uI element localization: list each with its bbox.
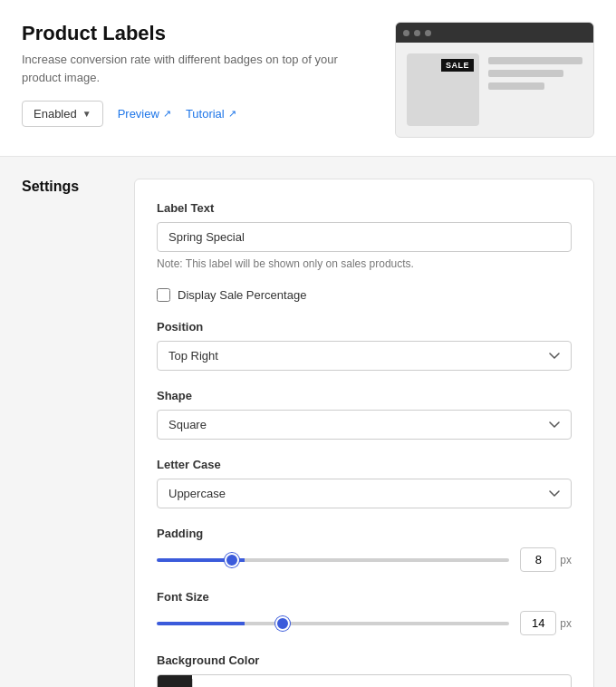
page-title: Product Labels — [22, 22, 373, 45]
display-sale-percentage-checkbox[interactable] — [157, 288, 170, 302]
background-color-swatch[interactable] — [158, 675, 192, 687]
header-actions: Enabled ▼ Preview ↗ Tutorial ↗ — [22, 101, 373, 127]
position-group: Position Top Right Top Left Bottom Right… — [157, 320, 572, 371]
external-link-icon: ↗ — [163, 108, 171, 120]
display-sale-percentage-group: Display Sale Percentage — [157, 288, 572, 302]
background-color-field-row — [157, 674, 572, 687]
font-size-label: Font Size — [157, 590, 572, 604]
padding-slider[interactable] — [157, 558, 509, 562]
label-text-group: Label Text Note: This label will be show… — [157, 201, 572, 270]
font-size-unit: px — [560, 617, 572, 630]
header-left: Product Labels Increase conversion rate … — [22, 22, 373, 127]
position-label: Position — [157, 320, 572, 334]
browser-dot-1 — [403, 30, 409, 36]
product-image-mock: SALE — [407, 53, 479, 126]
background-color-group: Background Color — [157, 653, 572, 687]
browser-bar — [396, 23, 593, 43]
padding-label: Padding — [157, 527, 572, 540]
display-sale-percentage-label: Display Sale Percentage — [178, 288, 306, 302]
browser-dot-2 — [414, 30, 420, 36]
product-line-3 — [488, 82, 544, 90]
shape-label: Shape — [157, 389, 572, 402]
product-line-2 — [488, 70, 563, 77]
padding-group: Padding px — [157, 527, 572, 572]
padding-value-input[interactable] — [520, 547, 556, 572]
external-link-icon: ↗ — [228, 108, 236, 120]
header-section: Product Labels Increase conversion rate … — [0, 0, 616, 157]
letter-case-label: Letter Case — [157, 458, 572, 471]
browser-content: SALE — [396, 43, 593, 137]
preview-link[interactable]: Preview ↗ — [118, 107, 171, 121]
sale-badge: SALE — [441, 59, 474, 72]
shape-group: Shape Square Circle Rounded — [157, 389, 572, 440]
tutorial-label: Tutorial — [186, 107, 225, 121]
product-lines-mock — [488, 53, 582, 126]
padding-unit: px — [560, 554, 572, 566]
label-text-label: Label Text — [157, 201, 572, 215]
chevron-down-icon: ▼ — [82, 109, 91, 119]
background-color-input[interactable] — [192, 679, 571, 688]
page-description: Increase conversion rate with different … — [22, 51, 373, 86]
font-size-value-group: px — [520, 611, 572, 635]
browser-mock: SALE — [395, 22, 594, 138]
padding-slider-row: px — [157, 547, 572, 572]
background-color-label: Background Color — [157, 653, 572, 667]
letter-case-group: Letter Case Uppercase Lowercase None — [157, 458, 572, 508]
font-size-group: Font Size px — [157, 590, 572, 635]
tutorial-link[interactable]: Tutorial ↗ — [186, 107, 236, 121]
product-line-1 — [488, 57, 582, 64]
browser-dot-3 — [425, 30, 431, 36]
font-size-slider-row: px — [157, 611, 572, 635]
shape-select[interactable]: Square Circle Rounded — [157, 410, 572, 440]
position-select[interactable]: Top Right Top Left Bottom Right Bottom L… — [157, 341, 572, 371]
letter-case-select[interactable]: Uppercase Lowercase None — [157, 479, 572, 508]
preview-label: Preview — [118, 107, 159, 121]
preview-area: SALE — [395, 22, 594, 138]
status-label: Enabled — [34, 107, 77, 121]
settings-section-label: Settings — [22, 179, 112, 687]
label-text-note: Note: This label will be shown only on s… — [157, 257, 572, 270]
font-size-slider[interactable] — [157, 622, 509, 625]
settings-panel: Label Text Note: This label will be show… — [134, 179, 594, 687]
padding-value-group: px — [520, 547, 572, 572]
status-button[interactable]: Enabled ▼ — [22, 101, 103, 127]
label-text-input[interactable] — [157, 222, 572, 252]
main-content: Settings Label Text Note: This label wil… — [0, 157, 616, 687]
font-size-value-input[interactable] — [520, 611, 556, 635]
